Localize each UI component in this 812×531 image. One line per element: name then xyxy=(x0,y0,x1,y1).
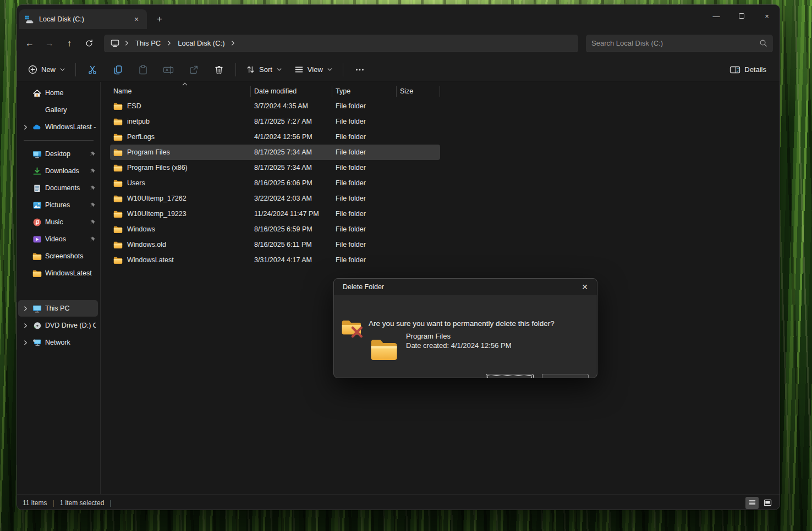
sidebar-item-icon xyxy=(32,235,42,244)
sidebar-item-home[interactable]: Home xyxy=(18,85,98,101)
address-bar[interactable]: This PC Local Disk (C:) xyxy=(104,35,578,52)
file-name: WindowsLatest xyxy=(127,256,174,264)
share-icon xyxy=(189,65,199,75)
table-row[interactable]: WindowsLatest 3/31/2024 4:17 AM File fol… xyxy=(110,252,440,268)
sidebar-item-pictures[interactable]: Pictures xyxy=(18,197,98,213)
navigation-bar: ← → ↑ This PC Local Disk (C:) xyxy=(17,29,780,58)
details-view-toggle[interactable] xyxy=(745,497,759,509)
sidebar-item-label: Music xyxy=(45,218,85,226)
sort-button[interactable]: Sort xyxy=(240,60,288,79)
expander-chevron-icon[interactable] xyxy=(21,323,29,329)
folder-icon xyxy=(113,256,123,264)
cut-button[interactable] xyxy=(80,60,105,79)
refresh-button[interactable] xyxy=(80,35,98,52)
expander-chevron-icon[interactable] xyxy=(21,340,29,346)
status-separator: | xyxy=(109,499,111,507)
expander-chevron-icon[interactable] xyxy=(21,124,29,130)
sidebar-item-gallery[interactable]: Gallery xyxy=(18,102,98,118)
sidebar-item-label: Network xyxy=(45,339,96,346)
ellipsis-icon xyxy=(355,65,365,75)
search-icon[interactable] xyxy=(759,39,767,47)
file-type: File folder xyxy=(332,148,397,156)
sidebar-item-downloads[interactable]: Downloads xyxy=(18,163,98,179)
delete-button[interactable] xyxy=(207,60,231,79)
toolbar-separator xyxy=(75,63,76,76)
table-row[interactable]: Users 8/16/2025 6:06 PM File folder xyxy=(110,175,440,191)
column-header-size[interactable]: Size xyxy=(397,86,440,97)
sidebar-item-icon xyxy=(32,252,42,261)
file-type: File folder xyxy=(332,256,397,264)
file-date-modified: 8/17/2025 7:27 AM xyxy=(251,118,332,125)
minimize-button[interactable]: — xyxy=(704,5,729,27)
view-button[interactable]: View xyxy=(289,60,338,79)
new-button[interactable]: New xyxy=(23,60,71,79)
sidebar-item-windowslatest[interactable]: WindowsLatest xyxy=(18,265,98,281)
column-header-name[interactable]: Name xyxy=(110,86,251,97)
sidebar-item-label: Desktop xyxy=(45,150,85,158)
sidebar-item-network[interactable]: Network xyxy=(18,334,98,351)
table-row[interactable]: PerfLogs 4/1/2024 12:56 PM File folder xyxy=(110,129,440,145)
drive-icon xyxy=(25,15,34,24)
file-name: Program Files xyxy=(127,148,170,156)
up-button[interactable]: ↑ xyxy=(60,35,79,52)
plus-circle-icon xyxy=(28,65,37,74)
dialog-date-created: Date created: 4/1/2024 12:56 PM xyxy=(406,341,512,350)
search-input[interactable] xyxy=(591,39,755,47)
sidebar-item-desktop[interactable]: Desktop xyxy=(18,146,98,162)
dialog-close-button[interactable]: ✕ xyxy=(578,280,591,294)
folder-icon xyxy=(113,102,123,110)
breadcrumb-local-disk[interactable]: Local Disk (C:) xyxy=(173,37,229,49)
sidebar-item-documents[interactable]: Documents xyxy=(18,180,98,196)
thumbnail-view-toggle[interactable] xyxy=(761,497,774,509)
tab-close-button[interactable]: × xyxy=(130,13,142,25)
table-row[interactable]: Windows 8/16/2025 6:59 PM File folder xyxy=(110,222,440,237)
column-header-type[interactable]: Type xyxy=(332,86,397,97)
new-tab-button[interactable]: + xyxy=(151,12,168,27)
file-date-modified: 8/17/2025 7:34 AM xyxy=(251,164,332,172)
file-type: File folder xyxy=(332,118,397,125)
sidebar-item-videos[interactable]: Videos xyxy=(18,231,98,247)
share-button[interactable] xyxy=(182,60,206,79)
breadcrumb-this-pc[interactable]: This PC xyxy=(131,37,165,49)
tab-local-disk-c[interactable]: Local Disk (C:) × xyxy=(19,9,147,29)
sidebar-item-screenshots[interactable]: Screenshots xyxy=(18,248,98,264)
back-button[interactable]: ← xyxy=(20,35,39,52)
paste-button[interactable] xyxy=(131,60,155,79)
table-row[interactable]: inetpub 8/17/2025 7:27 AM File folder xyxy=(110,114,440,129)
sidebar-item-label: WindowsLatest - Pe xyxy=(45,123,96,131)
column-header-date-modified[interactable]: Date modified xyxy=(251,86,332,97)
sidebar-item-icon xyxy=(32,321,42,330)
sidebar-item-windowslatest-pe[interactable]: WindowsLatest - Pe xyxy=(18,119,98,135)
yes-button[interactable]: Yes xyxy=(486,374,534,378)
copy-button[interactable] xyxy=(106,60,130,79)
breadcrumb-root[interactable] xyxy=(107,37,123,49)
no-button[interactable]: No xyxy=(542,374,589,378)
details-pane-button[interactable]: Details xyxy=(724,60,772,79)
table-row[interactable]: W10UItemp_19223 11/24/2024 11:47 PM File… xyxy=(110,206,440,222)
sidebar-item-label: WindowsLatest xyxy=(45,269,96,277)
selection-count: 1 item selected xyxy=(60,499,105,507)
sidebar-item-icon xyxy=(32,123,42,132)
table-row[interactable]: Program Files 8/17/2025 7:34 AM File fol… xyxy=(110,145,440,160)
forward-button[interactable]: → xyxy=(40,35,59,52)
search-box xyxy=(586,35,773,52)
maximize-button[interactable] xyxy=(729,5,754,27)
folder-icon xyxy=(113,225,123,234)
table-row[interactable]: Windows.old 8/16/2025 6:11 PM File folde… xyxy=(110,237,440,252)
more-options-button[interactable] xyxy=(348,60,372,79)
close-button[interactable]: × xyxy=(754,5,780,27)
column-headers: Name Date modified Type Size xyxy=(110,84,780,98)
rename-button[interactable] xyxy=(156,60,180,79)
thumbnail-view-icon xyxy=(764,499,772,506)
table-row[interactable]: ESD 3/7/2024 4:35 AM File folder xyxy=(110,98,440,114)
command-bar: New Sort View Details xyxy=(17,58,780,82)
chevron-right-icon xyxy=(166,40,172,46)
table-row[interactable]: W10UItemp_17262 3/22/2024 2:03 AM File f… xyxy=(110,191,440,206)
table-row[interactable]: Program Files (x86) 8/17/2025 7:34 AM Fi… xyxy=(110,160,440,175)
chevron-down-icon xyxy=(276,67,282,73)
sort-button-label: Sort xyxy=(259,65,272,74)
sidebar-item-music[interactable]: Music xyxy=(18,214,98,230)
sidebar-item-this-pc[interactable]: This PC xyxy=(18,300,98,317)
sidebar-item-dvd-drive-d-ccc[interactable]: DVD Drive (D:) CCC xyxy=(18,317,98,334)
expander-chevron-icon[interactable] xyxy=(21,306,29,312)
